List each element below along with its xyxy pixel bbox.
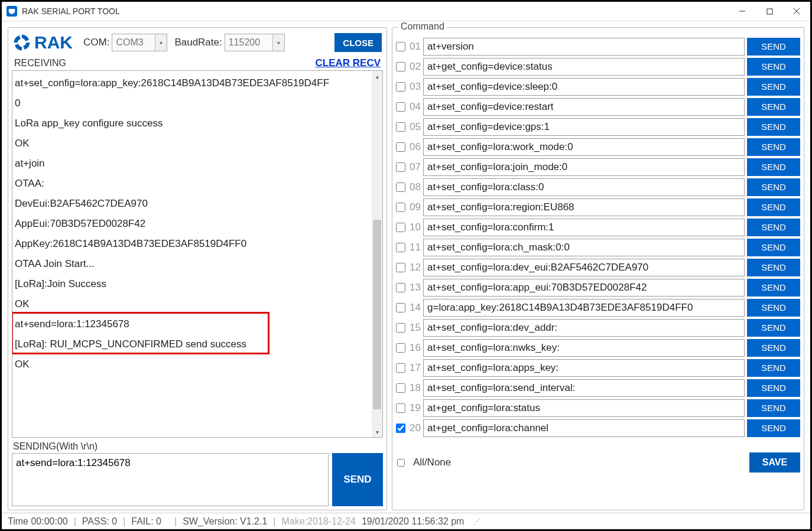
scroll-down-icon[interactable]: ▾ [372, 426, 382, 437]
close-port-button[interactable]: CLOSE [334, 33, 382, 52]
scroll-up-icon[interactable]: ▴ [372, 71, 382, 82]
command-row-send-button[interactable]: SEND [747, 379, 800, 397]
receiving-area: at+set_config=lora:app_key:2618C14B9A13D… [12, 70, 383, 438]
command-row-checkbox[interactable] [396, 303, 405, 312]
all-none-label: All/None [413, 457, 451, 468]
minimize-button[interactable] [729, 2, 756, 21]
command-row-send-button[interactable]: SEND [747, 319, 800, 337]
command-row-send-button[interactable]: SEND [747, 58, 800, 76]
command-row-checkbox[interactable] [396, 403, 405, 413]
command-row-input[interactable] [423, 239, 745, 256]
resize-grip-icon[interactable]: ⋰ [473, 517, 479, 526]
command-row-input[interactable] [423, 379, 745, 397]
close-window-button[interactable] [783, 2, 810, 21]
command-row-number: 02 [408, 61, 421, 73]
scroll-thumb[interactable] [373, 220, 381, 409]
command-row-input[interactable] [423, 138, 745, 156]
command-row-checkbox[interactable] [396, 183, 405, 192]
command-row-input[interactable] [423, 299, 745, 317]
command-row-input[interactable] [423, 118, 745, 136]
command-row-input[interactable] [423, 158, 745, 176]
com-select[interactable]: ▾ [112, 34, 167, 51]
command-row-send-button[interactable]: SEND [747, 279, 800, 297]
command-row-send-button[interactable]: SEND [747, 219, 800, 236]
command-row-send-button[interactable]: SEND [747, 299, 800, 317]
receiving-text: at+set_config=lora:app_key:2618C14B9A13D… [15, 73, 371, 374]
command-row-input[interactable] [423, 178, 745, 196]
command-row-checkbox[interactable] [396, 243, 405, 252]
command-row-send-button[interactable]: SEND [747, 138, 800, 156]
command-row: 10SEND [396, 218, 800, 236]
command-row-send-button[interactable]: SEND [747, 339, 800, 357]
command-row-input[interactable] [423, 359, 745, 377]
baudrate-value[interactable] [225, 34, 272, 51]
command-row-checkbox[interactable] [396, 343, 405, 353]
recv-scrollbar[interactable]: ▴ ▾ [372, 71, 382, 437]
command-row-checkbox[interactable] [396, 122, 405, 132]
all-none-checkbox[interactable] [397, 459, 405, 467]
command-row-input[interactable] [423, 98, 745, 116]
sending-input[interactable]: at+send=lora:1:12345678 [12, 453, 329, 506]
command-row-input[interactable] [423, 259, 745, 276]
command-row-checkbox[interactable] [396, 263, 405, 272]
command-row-input[interactable] [423, 219, 745, 236]
command-row-input[interactable] [423, 279, 745, 297]
command-row-checkbox[interactable] [396, 363, 405, 373]
command-row-input[interactable] [423, 319, 745, 337]
command-row-checkbox[interactable] [396, 142, 405, 152]
command-row-checkbox[interactable] [396, 283, 405, 292]
command-row-input[interactable] [423, 58, 745, 76]
command-row-checkbox[interactable] [396, 62, 405, 71]
command-row-number: 05 [408, 121, 421, 133]
command-row-input[interactable] [423, 78, 745, 96]
command-row-send-button[interactable]: SEND [747, 239, 800, 256]
command-row-number: 07 [408, 161, 421, 173]
command-row-send-button[interactable]: SEND [747, 399, 800, 417]
command-row-checkbox[interactable] [396, 323, 405, 333]
com-value[interactable] [112, 34, 155, 51]
command-row-checkbox[interactable] [396, 223, 405, 232]
command-row-checkbox[interactable] [396, 162, 405, 172]
clear-recv-link[interactable]: CLEAR RECV [315, 57, 381, 69]
command-row-send-button[interactable]: SEND [747, 38, 800, 56]
command-row-input[interactable] [423, 399, 745, 417]
command-row-send-button[interactable]: SEND [747, 118, 800, 136]
command-row-send-button[interactable]: SEND [747, 178, 800, 196]
command-row-checkbox[interactable] [396, 383, 405, 393]
status-make: Make:2018-12-24 [282, 516, 356, 527]
command-row-checkbox[interactable] [396, 82, 405, 92]
left-panel: RAK COM: ▾ BaudRate: ▾ CLOSE [8, 27, 387, 510]
command-row-send-button[interactable]: SEND [747, 359, 800, 377]
command-row-checkbox[interactable] [396, 42, 405, 51]
command-row-number: 10 [408, 221, 421, 233]
command-row-send-button[interactable]: SEND [747, 259, 800, 276]
command-row-input[interactable] [423, 38, 745, 56]
maximize-button[interactable] [756, 2, 783, 21]
command-row-number: 11 [408, 242, 421, 253]
command-row-send-button[interactable]: SEND [747, 78, 800, 96]
send-button[interactable]: SEND [332, 453, 383, 506]
command-row-input[interactable] [423, 339, 745, 357]
command-row-number: 13 [408, 282, 421, 294]
status-fail: FAIL: 0 [131, 516, 161, 527]
command-row-number: 01 [408, 41, 421, 53]
baudrate-select[interactable]: ▾ [225, 34, 285, 51]
command-row-send-button[interactable]: SEND [747, 419, 800, 437]
save-button[interactable]: SAVE [749, 452, 800, 473]
command-row: 17SEND [396, 359, 800, 377]
com-dropdown-icon[interactable]: ▾ [155, 34, 167, 51]
command-row-send-button[interactable]: SEND [747, 98, 800, 116]
baudrate-dropdown-icon[interactable]: ▾ [272, 34, 284, 51]
command-row-input[interactable] [423, 198, 745, 216]
command-row-send-button[interactable]: SEND [747, 158, 800, 176]
receiving-label: RECEIVING [14, 58, 66, 69]
command-row: 15SEND [396, 318, 800, 337]
status-version: SW_Version: V1.2.1 [183, 516, 267, 527]
command-row-checkbox[interactable] [396, 102, 405, 112]
command-row-checkbox[interactable] [396, 203, 405, 212]
command-row-checkbox[interactable] [396, 424, 405, 433]
command-row-send-button[interactable]: SEND [747, 198, 800, 216]
svg-rect-1 [767, 9, 772, 14]
command-row-input[interactable] [423, 419, 745, 437]
com-label: COM: [83, 37, 109, 48]
